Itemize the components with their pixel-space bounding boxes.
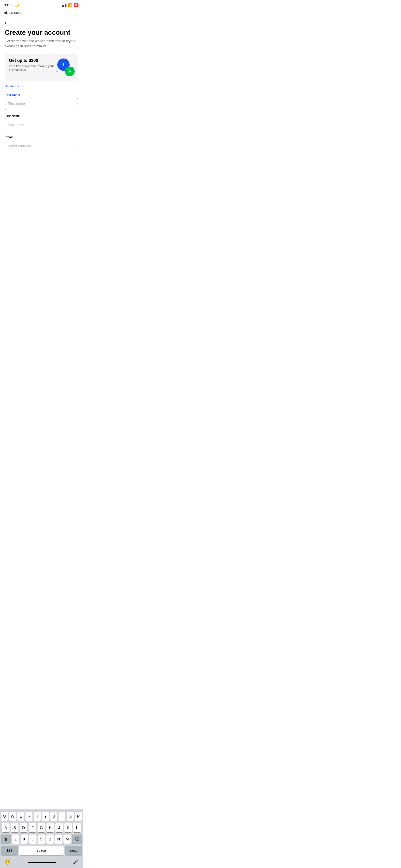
last-name-section: Last Name — [5, 114, 78, 131]
status-icons: 📶 18 — [62, 3, 79, 7]
app-store-label: App Store — [7, 11, 22, 14]
first-name-input[interactable] — [5, 98, 78, 110]
back-button[interactable]: ‹ — [5, 20, 78, 25]
plus-icon-bottom: + — [56, 69, 58, 73]
main-content: ‹ Create your account Get started with t… — [0, 17, 83, 152]
signal-bar-2 — [63, 5, 64, 7]
diamond-coin-icon — [65, 66, 75, 76]
signal-bar-3 — [65, 4, 65, 7]
email-input[interactable] — [5, 140, 78, 152]
battery-icon: 18 — [74, 3, 79, 7]
promo-text: Get up to $200 Earn free crypto after ma… — [9, 58, 56, 72]
back-chevron-icon: ◀ — [3, 10, 7, 15]
promo-card: Get up to $200 Earn free crypto after ma… — [5, 54, 78, 82]
status-bar: 11:33 🌙 📶 18 — [0, 0, 83, 9]
first-name-label: First Name — [5, 93, 78, 96]
signal-bars — [62, 4, 67, 7]
see-terms-link[interactable]: See terms — [5, 84, 19, 88]
email-label: Email — [5, 135, 78, 139]
back-link[interactable]: ◀ App Store — [3, 10, 22, 15]
moon-icon: 🌙 — [15, 3, 19, 7]
page-title: Create your account — [5, 29, 78, 36]
crypto-icons: + $ + — [56, 58, 75, 77]
last-name-input[interactable] — [5, 119, 78, 131]
status-time: 11:33 🌙 — [4, 3, 19, 7]
promo-amount: Get up to $200 — [9, 58, 56, 63]
plus-icon-top: + — [70, 58, 72, 62]
last-name-label: Last Name — [5, 114, 78, 118]
signal-bar-1 — [62, 5, 63, 7]
first-name-section: First Name — [5, 93, 78, 110]
signal-bar-4 — [66, 4, 67, 7]
wifi-icon: 📶 — [68, 3, 73, 7]
promo-desc: Earn free crypto after making your first… — [9, 64, 56, 72]
page-subtitle: Get started with the world's most truste… — [5, 38, 78, 49]
svg-text:$: $ — [63, 63, 64, 66]
nav-bar: ◀ App Store — [0, 9, 83, 17]
email-section: Email — [5, 135, 78, 152]
back-arrow-icon: ‹ — [5, 20, 6, 25]
